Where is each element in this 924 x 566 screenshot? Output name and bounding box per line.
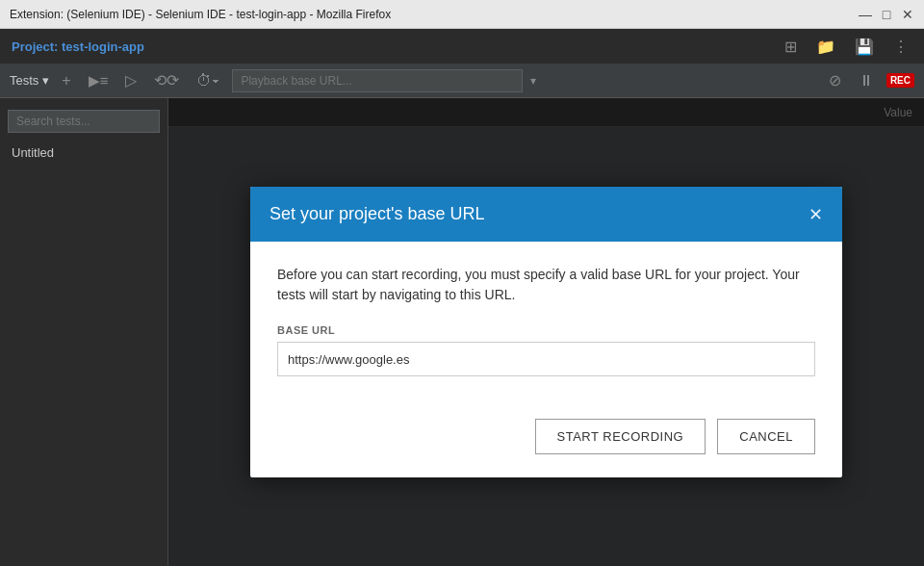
sidebar-item-label: Untitled bbox=[12, 145, 54, 160]
save-project-icon[interactable]: 💾 bbox=[851, 36, 878, 58]
rec-badge[interactable]: REC bbox=[886, 73, 914, 88]
maximize-button[interactable]: □ bbox=[880, 8, 893, 21]
run-all-icon[interactable]: ▶≡ bbox=[84, 70, 114, 91]
title-bar: Extension: (Selenium IDE) - Selenium IDE… bbox=[0, 0, 924, 29]
tests-dropdown-arrow: ▾ bbox=[42, 73, 49, 88]
title-bar-text: Extension: (Selenium IDE) - Selenium IDE… bbox=[10, 8, 391, 21]
tests-label: Tests bbox=[10, 73, 38, 88]
sidebar: Untitled bbox=[0, 98, 168, 566]
run-icon[interactable]: ▷ bbox=[120, 69, 141, 91]
disable-breakpoints-icon[interactable]: ⊘ bbox=[824, 69, 846, 91]
minimize-button[interactable]: — bbox=[859, 8, 872, 21]
app-toolbar: Project: test-login-app ⊞ 📁 💾 ⋮ bbox=[0, 29, 924, 64]
sidebar-item-untitled[interactable]: Untitled bbox=[0, 141, 167, 165]
title-bar-controls: — □ ✕ bbox=[859, 8, 914, 21]
app-title: Project: test-login-app bbox=[12, 39, 144, 54]
modal-close-button[interactable]: ✕ bbox=[808, 206, 823, 223]
playback-url-input[interactable] bbox=[232, 69, 522, 92]
modal-overlay: Set your project's base URL ✕ Before you… bbox=[168, 98, 924, 566]
modal-header: Set your project's base URL ✕ bbox=[250, 187, 842, 242]
project-name: test-login-app bbox=[62, 39, 144, 54]
base-url-label: BASE URL bbox=[277, 324, 815, 336]
content-area: Value Set your project's base URL ✕ Befo… bbox=[168, 98, 924, 566]
step-icon[interactable]: ⟲⟳ bbox=[149, 69, 184, 91]
base-url-input[interactable] bbox=[277, 342, 815, 376]
modal-title: Set your project's base URL bbox=[270, 204, 485, 224]
modal-actions: START RECORDING CANCEL bbox=[250, 403, 842, 477]
start-recording-button[interactable]: START RECORDING bbox=[535, 419, 706, 454]
tests-dropdown-button[interactable]: Tests ▾ bbox=[10, 73, 49, 88]
modal-dialog: Set your project's base URL ✕ Before you… bbox=[250, 187, 842, 477]
secondary-toolbar: Tests ▾ + ▶≡ ▷ ⟲⟳ ⏱▾ ▾ ⊘ ⏸ REC bbox=[0, 64, 924, 98]
new-project-icon[interactable]: ⊞ bbox=[781, 36, 801, 58]
modal-description: Before you can start recording, you must… bbox=[277, 265, 815, 305]
main-area: Untitled Value Set your project's base U… bbox=[0, 98, 924, 566]
timer-icon[interactable]: ⏱▾ bbox=[192, 70, 224, 91]
open-project-icon[interactable]: 📁 bbox=[812, 36, 839, 58]
cancel-button[interactable]: CANCEL bbox=[717, 419, 815, 454]
pause-icon[interactable]: ⏸ bbox=[854, 70, 879, 91]
add-test-button[interactable]: + bbox=[57, 70, 75, 91]
url-dropdown-arrow[interactable]: ▾ bbox=[530, 74, 536, 88]
modal-body: Before you can start recording, you must… bbox=[250, 242, 842, 403]
more-options-icon[interactable]: ⋮ bbox=[889, 36, 912, 58]
search-tests-input[interactable] bbox=[8, 110, 160, 133]
close-button[interactable]: ✕ bbox=[901, 8, 914, 21]
